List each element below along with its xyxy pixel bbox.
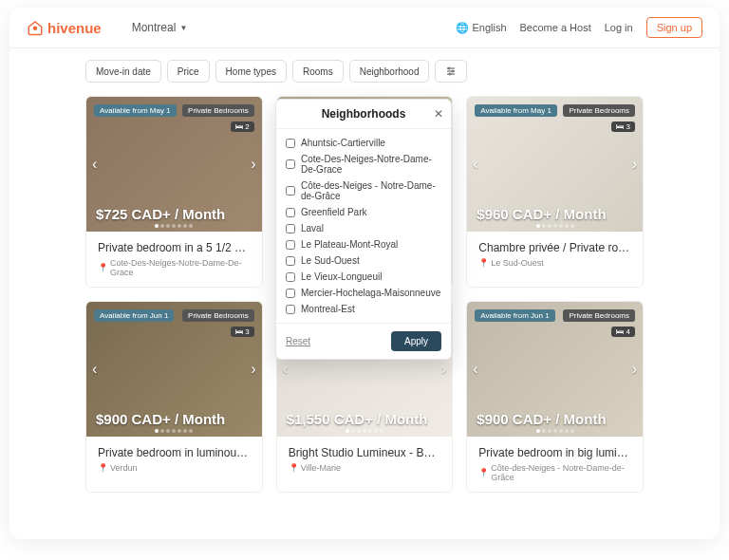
svg-point-5 (452, 70, 454, 72)
signup-button[interactable]: Sign up (646, 17, 702, 38)
carousel-dots (155, 224, 193, 228)
listing-image: Available from May 1 Private Bedrooms 🛏 … (86, 97, 262, 232)
type-badge: Private Bedrooms (182, 104, 254, 117)
listing-title: Private bedroom in big luminous ... (478, 446, 631, 459)
filter-neighborhood[interactable]: Neighborhood (349, 60, 430, 83)
filter-more[interactable] (435, 60, 467, 83)
next-arrow[interactable]: › (441, 361, 446, 378)
reset-button[interactable]: Reset (286, 336, 310, 346)
filter-home-types[interactable]: Home types (215, 60, 287, 83)
neighborhood-option[interactable]: Cote-Des-Neiges-Notre-Dame-De-Grace (286, 151, 441, 177)
checkbox[interactable] (286, 240, 295, 250)
svg-point-0 (34, 27, 37, 29)
price-label: $900 CAD+ / Month (477, 411, 606, 427)
checkbox[interactable] (286, 224, 295, 233)
prev-arrow[interactable]: ‹ (473, 361, 477, 378)
beds-badge: 🛏 3 (611, 121, 635, 132)
checkbox[interactable] (286, 159, 295, 169)
close-icon[interactable]: ✕ (434, 107, 443, 121)
prev-arrow[interactable]: ‹ (283, 361, 288, 378)
neighborhood-option[interactable]: Laval (286, 220, 441, 236)
next-arrow[interactable]: › (632, 361, 637, 378)
option-label: Mercier-Hochelaga-Maisonneuve (301, 288, 440, 298)
city-selector[interactable]: Montreal ▼ (132, 21, 188, 34)
listing-location: 📍Côte-des-Neiges - Notre-Dame-de-Grâce (478, 463, 631, 482)
type-badge: Private Bedrooms (563, 104, 635, 117)
type-badge: Private Bedrooms (182, 309, 254, 322)
listing-image: Available from May 1 Private Bedrooms 🛏 … (467, 97, 643, 232)
chevron-down-icon: ▼ (179, 24, 187, 32)
carousel-dots (536, 429, 574, 433)
prev-arrow[interactable]: ‹ (92, 361, 97, 378)
checkbox[interactable] (286, 186, 295, 196)
option-label: Le Plateau-Mont-Royal (301, 239, 398, 250)
option-label: Cote-Des-Neiges-Notre-Dame-De-Grace (301, 154, 441, 175)
filter-price[interactable]: Price (167, 60, 210, 83)
svg-point-6 (449, 73, 451, 75)
become-host-link[interactable]: Become a Host (520, 22, 591, 33)
availability-badge: Available from Jun 1 (94, 309, 174, 322)
next-arrow[interactable]: › (632, 156, 637, 173)
checkbox[interactable] (286, 289, 295, 298)
checkbox[interactable] (286, 208, 295, 217)
listing-title: Chambre privée / Private room in... (478, 241, 631, 254)
listing-card[interactable]: Available from May 1 Private Bedrooms 🛏 … (85, 96, 263, 288)
neighborhood-option[interactable]: Montreal-Est (286, 301, 441, 317)
neighborhood-option[interactable]: Le Plateau-Mont-Royal (286, 236, 441, 252)
beds-badge: 🛏 2 (231, 121, 254, 132)
checkbox[interactable] (286, 139, 295, 148)
availability-badge: Available from May 1 (94, 104, 177, 117)
option-label: Côte-des-Neiges - Notre-Dame-de-Grâce (301, 180, 441, 201)
login-link[interactable]: Log in (605, 22, 633, 33)
neighborhood-option[interactable]: Ahuntsic-Cartierville (286, 135, 441, 151)
listing-card[interactable]: Available from May 1 Private Bedrooms 🛏 … (466, 96, 644, 288)
city-label: Montreal (132, 21, 177, 34)
checkbox[interactable] (286, 272, 295, 282)
neighborhood-option[interactable]: Greenfield Park (286, 204, 441, 220)
next-arrow[interactable]: › (251, 156, 255, 173)
option-label: Le Vieux-Longueuil (301, 271, 382, 282)
price-label: $960 CAD+ / Month (477, 206, 606, 222)
neighborhood-option[interactable]: Côte-des-Neiges - Notre-Dame-de-Grâce (286, 177, 441, 204)
logo[interactable]: hivenue (27, 19, 102, 36)
pin-icon: 📍 (478, 468, 489, 477)
neighborhood-option[interactable]: Le Sud-Ouest (286, 252, 441, 269)
language-selector[interactable]: 🌐 English (456, 22, 506, 34)
carousel-dots (536, 224, 574, 228)
filter-rooms[interactable]: Rooms (292, 60, 344, 83)
pin-icon: 📍 (289, 463, 299, 473)
price-label: $900 CAD+ / Month (96, 411, 225, 427)
house-icon (27, 19, 44, 36)
checkbox[interactable] (286, 256, 295, 266)
listing-location: 📍Verdun (98, 463, 251, 473)
option-label: Ahuntsic-Cartierville (301, 138, 385, 148)
prev-arrow[interactable]: ‹ (92, 156, 97, 173)
brand-text: hivenue (47, 20, 102, 36)
pin-icon: 📍 (98, 263, 108, 272)
next-arrow[interactable]: › (251, 361, 255, 378)
sliders-icon (445, 65, 457, 77)
type-badge: Private Bedrooms (563, 309, 635, 322)
apply-button[interactable]: Apply (391, 331, 441, 351)
listing-card[interactable]: Available from Jun 1 Private Bedrooms 🛏 … (466, 301, 644, 493)
listing-title: Bright Studio Lumineux - Berri U... (289, 446, 441, 459)
option-label: Le Sud-Ouest (301, 255, 360, 266)
availability-badge: Available from Jun 1 (475, 309, 554, 322)
availability-badge: Available from May 1 (475, 104, 557, 117)
prev-arrow[interactable]: ‹ (473, 156, 477, 173)
svg-point-4 (448, 67, 450, 69)
price-label: $1,550 CAD+ / Month (287, 411, 428, 427)
header: hivenue Montreal ▼ 🌐 English Become a Ho… (9, 8, 720, 48)
option-label: Greenfield Park (301, 207, 366, 217)
neighborhood-option[interactable]: Mercier-Hochelaga-Maisonneuve (286, 285, 441, 301)
option-label: Laval (301, 223, 324, 233)
checkbox[interactable] (286, 305, 295, 314)
neighborhood-option[interactable]: Le Vieux-Longueuil (286, 269, 441, 285)
pin-icon: 📍 (98, 463, 108, 473)
listing-card[interactable]: Available from Jun 1 Private Bedrooms 🛏 … (85, 301, 263, 493)
option-label: Montreal-Est (301, 304, 355, 314)
neighborhood-list: Ahuntsic-CartiervilleCote-Des-Neiges-Not… (276, 129, 451, 323)
listing-image: Available from Jun 1 Private Bedrooms 🛏 … (86, 302, 262, 437)
filter-move-in[interactable]: Move-in date (85, 60, 161, 83)
beds-badge: 🛏 4 (611, 327, 635, 337)
